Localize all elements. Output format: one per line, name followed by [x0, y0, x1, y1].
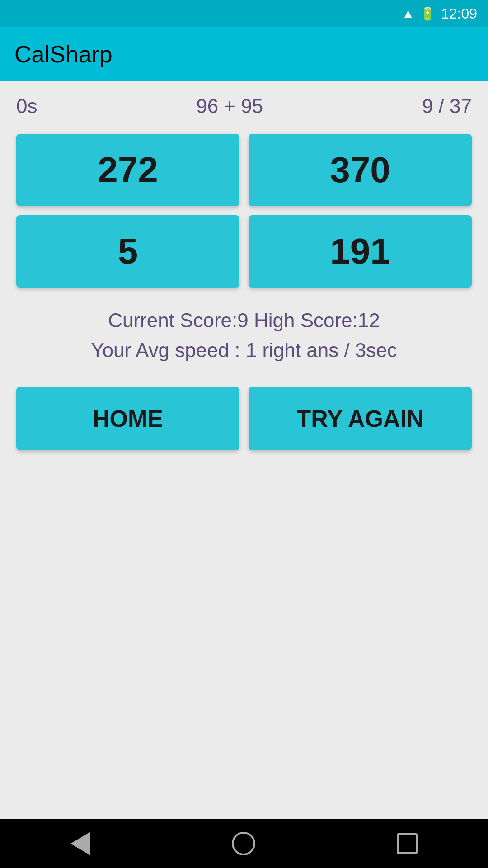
recents-button[interactable] [397, 833, 418, 854]
recents-icon [397, 833, 418, 854]
answer-option-2[interactable]: 370 [249, 134, 472, 206]
home-nav-button[interactable] [232, 832, 255, 855]
nav-bar [0, 819, 488, 868]
home-button[interactable]: HOME [16, 387, 239, 450]
main-content: 0s 96 + 95 9 / 37 272 370 5 191 Current … [0, 81, 488, 819]
answer-value-4: 191 [330, 231, 390, 272]
app-bar: CalSharp [0, 27, 488, 81]
home-button-label: HOME [93, 405, 163, 432]
home-nav-icon [232, 832, 255, 855]
status-time: 12:09 [441, 5, 477, 22]
answer-option-1[interactable]: 272 [16, 134, 239, 206]
stats-row: 0s 96 + 95 9 / 37 [16, 95, 472, 118]
score-info: Current Score:9 High Score:12 Your Avg s… [16, 309, 472, 362]
answer-option-4[interactable]: 191 [249, 215, 472, 288]
answer-value-2: 370 [330, 149, 390, 191]
answer-grid: 272 370 5 191 [16, 134, 472, 288]
answer-value-3: 5 [118, 231, 138, 272]
score-line: Current Score:9 High Score:12 [16, 309, 472, 332]
signal-icon: ▲ [402, 6, 414, 21]
action-buttons: HOME TRY AGAIN [16, 387, 472, 450]
speed-line: Your Avg speed : 1 right ans / 3sec [16, 339, 472, 362]
back-icon [70, 832, 90, 855]
answer-option-3[interactable]: 5 [16, 215, 239, 288]
back-button[interactable] [70, 832, 90, 855]
app-title: CalSharp [14, 41, 113, 68]
try-again-button[interactable]: TRY AGAIN [249, 387, 472, 450]
progress-display: 9 / 37 [422, 95, 472, 118]
battery-icon: 🔋 [420, 6, 436, 21]
timer-display: 0s [16, 95, 37, 118]
equation-display: 96 + 95 [196, 95, 263, 118]
status-bar: ▲ 🔋 12:09 [0, 0, 488, 27]
answer-value-1: 272 [98, 149, 158, 191]
try-again-button-label: TRY AGAIN [296, 405, 423, 432]
